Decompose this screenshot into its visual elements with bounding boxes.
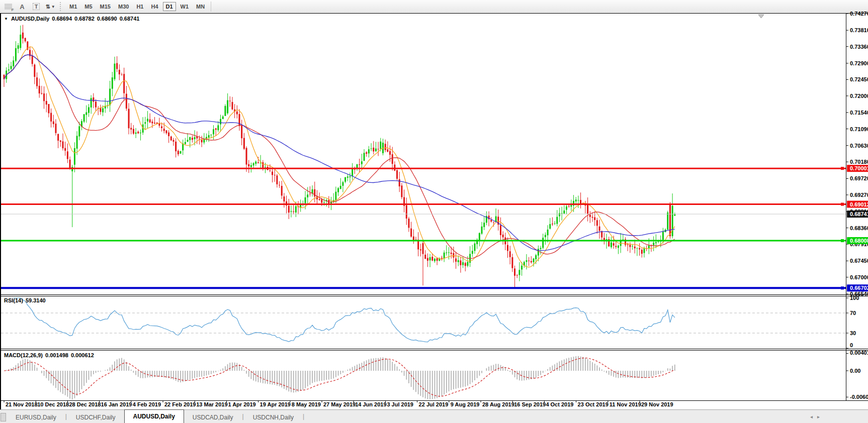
price-chart-canvas[interactable]: 0.742700.738100.733600.729000.724500.720… — [0, 0, 868, 423]
macd-signal-line — [4, 358, 675, 396]
open-value: 0.68694 — [52, 16, 72, 22]
close-value: 0.68741 — [120, 16, 140, 22]
svg-text:9 Aug 2019: 9 Aug 2019 — [451, 401, 480, 407]
svg-text:0.70180: 0.70180 — [850, 159, 868, 165]
svg-text:1 Apr 2019: 1 Apr 2019 — [228, 401, 255, 407]
chart-tabbar: EURUSD,Daily|USDCHF,DailyAUDUSD,DailyUSD… — [0, 409, 868, 423]
macd-indicator-label: MACD(12,26,9)0.0014980.000612 — [4, 352, 94, 358]
svg-text:0.68360: 0.68360 — [850, 225, 868, 231]
svg-text:14 Jun 2019: 14 Jun 2019 — [355, 401, 386, 407]
svg-text:0.71090: 0.71090 — [850, 126, 868, 132]
tabbar-corner — [1, 413, 6, 421]
svg-text:11 Nov 2019: 11 Nov 2019 — [610, 401, 641, 407]
terminal-window: F A T ⇅ ▼ M1M5M15M30H1H4D1W1MN 0.742700.… — [0, 0, 868, 423]
chart-tab-eurusd[interactable]: EURUSD,Daily — [7, 411, 65, 423]
svg-text:-0.00609: -0.00609 — [850, 394, 868, 400]
moving-average-layer — [4, 47, 675, 267]
svg-text:0.74270: 0.74270 — [850, 11, 868, 17]
mid-ma-line — [4, 55, 675, 258]
rsi-indicator-label: RSI(14)59.3140 — [4, 297, 46, 303]
svg-text:0.00: 0.00 — [850, 368, 860, 374]
svg-text:0.70001: 0.70001 — [850, 165, 868, 171]
svg-text:13 Mar 2019: 13 Mar 2019 — [196, 401, 227, 407]
svg-text:29 Nov 2019: 29 Nov 2019 — [641, 401, 673, 407]
svg-text:0.69720: 0.69720 — [850, 175, 868, 181]
svg-text:19 Apr 2019: 19 Apr 2019 — [260, 401, 291, 407]
svg-text:8 May 2019: 8 May 2019 — [292, 401, 321, 407]
chart-tab-usdcad[interactable]: USDCAD,Daily — [184, 411, 242, 423]
svg-text:16 Sep 2019: 16 Sep 2019 — [514, 401, 546, 407]
svg-text:3 Jul 2019: 3 Jul 2019 — [387, 401, 413, 407]
macd-main-value: 0.001498 — [45, 352, 68, 358]
svg-text:0.66702: 0.66702 — [850, 285, 868, 291]
svg-text:28 Aug 2019: 28 Aug 2019 — [482, 401, 514, 407]
svg-text:0.73810: 0.73810 — [850, 27, 868, 33]
tab-separator: | — [302, 413, 305, 420]
svg-text:10 Dec 2018: 10 Dec 2018 — [37, 401, 69, 407]
svg-text:16 Jan 2019: 16 Jan 2019 — [101, 401, 132, 407]
svg-text:0.69012: 0.69012 — [850, 201, 868, 207]
low-value: 0.68690 — [97, 16, 117, 22]
chart-title: ▼AUDUSD,Daily0.686940.687820.686900.6874… — [4, 16, 139, 22]
chart-shift-marker[interactable] — [758, 15, 764, 18]
svg-text:70: 70 — [850, 310, 856, 316]
svg-text:23 Oct 2019: 23 Oct 2019 — [578, 401, 609, 407]
tabs-host: EURUSD,Daily|USDCHF,DailyAUDUSD,DailyUSD… — [7, 409, 305, 423]
rsi-line — [14, 298, 675, 342]
candlestick-layer — [4, 25, 676, 288]
svg-text:0.73360: 0.73360 — [850, 44, 868, 50]
svg-text:0.68741: 0.68741 — [850, 211, 868, 217]
svg-text:0.70630: 0.70630 — [850, 143, 868, 149]
rsi-value: 59.3140 — [26, 297, 46, 303]
svg-text:27 May 2019: 27 May 2019 — [323, 401, 356, 407]
levels-layer — [1, 167, 846, 289]
svg-text:21 Nov 2018: 21 Nov 2018 — [6, 401, 38, 407]
scroll-right-icon[interactable]: ▸ — [817, 414, 820, 419]
tab-scroll-arrows: ◂ ▸ — [810, 414, 820, 419]
svg-text:0.69270: 0.69270 — [850, 192, 868, 198]
svg-text:0.72450: 0.72450 — [850, 76, 868, 82]
axis-layer: 0.742700.738100.733600.729000.724500.720… — [0, 11, 868, 410]
svg-text:100: 100 — [850, 295, 859, 301]
chart-tab-usdchf[interactable]: USDCHF,Daily — [67, 411, 124, 423]
svg-text:0.67000: 0.67000 — [850, 274, 868, 280]
symbol-label: AUDUSD,Daily — [11, 16, 49, 22]
svg-text:0.72900: 0.72900 — [850, 60, 868, 66]
rsi-panel — [1, 298, 846, 342]
svg-text:4 Oct 2019: 4 Oct 2019 — [546, 401, 573, 407]
scroll-left-icon[interactable]: ◂ — [810, 414, 813, 419]
chart-tab-audusd[interactable]: AUDUSD,Daily — [124, 409, 184, 423]
svg-text:0.71540: 0.71540 — [850, 110, 868, 116]
svg-text:0.004017: 0.004017 — [850, 350, 868, 356]
svg-text:22 Jul 2019: 22 Jul 2019 — [419, 401, 449, 407]
svg-text:0: 0 — [850, 342, 853, 348]
chart-tab-usdcnh[interactable]: USDCNH,Daily — [244, 411, 302, 423]
svg-text:28 Dec 2018: 28 Dec 2018 — [69, 401, 101, 407]
collapse-icon[interactable]: ▼ — [4, 17, 8, 21]
fast-ma-line — [4, 47, 675, 267]
macd-signal-value: 0.000612 — [71, 352, 94, 358]
macd-panel — [4, 356, 675, 400]
svg-text:30: 30 — [850, 330, 856, 336]
high-value: 0.68782 — [74, 16, 95, 22]
svg-text:22 Feb 2019: 22 Feb 2019 — [164, 401, 196, 407]
svg-text:4 Feb 2019: 4 Feb 2019 — [133, 401, 161, 407]
svg-text:0.68008: 0.68008 — [850, 238, 868, 244]
svg-text:0.67450: 0.67450 — [850, 258, 868, 264]
slow-ma-line — [4, 55, 675, 251]
svg-text:0.72000: 0.72000 — [850, 93, 868, 99]
